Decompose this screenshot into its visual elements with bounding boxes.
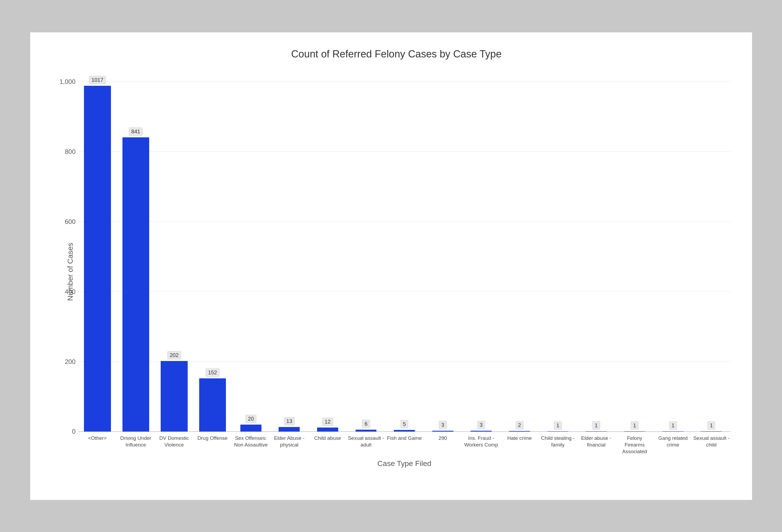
bar-group: 1 <box>654 76 692 432</box>
bar-group: 1 <box>692 76 731 432</box>
x-tick-label-16: Sexual assault - child <box>692 435 731 455</box>
bar-value-label: 5 <box>400 420 408 428</box>
x-tick-label-5: Elder Abuse - physical <box>270 435 309 455</box>
x-tick-label-13: Elder abuse - financial <box>577 435 615 455</box>
x-tick-label-2: DV Domestic Violence <box>155 435 193 455</box>
bars-container: 10178412021522013126533211111 <box>78 76 731 432</box>
bar-value-label: 1 <box>593 421 600 430</box>
x-tick-label-10: Ins. Fraud - Workers Comp <box>462 435 500 455</box>
bar-group: 152 <box>193 76 232 432</box>
bar-4 <box>240 425 261 431</box>
bar-group: 3 <box>462 76 500 432</box>
bar-group: 202 <box>155 76 193 432</box>
bar-13 <box>586 431 607 431</box>
bar-12 <box>547 431 568 431</box>
bar-8 <box>394 430 415 432</box>
x-tick-label-14: Felony Firearms Associated <box>615 435 654 455</box>
y-tick-label: 1,000 <box>60 78 76 85</box>
bar-14 <box>624 431 645 431</box>
chart-area: Number of Cases 02004006008001,000101784… <box>62 76 731 468</box>
bar-group: 12 <box>309 76 347 432</box>
bar-value-label: 841 <box>129 127 142 136</box>
x-tick-label-0: <Other> <box>78 435 117 455</box>
x-tick-label-3: Drug Offense <box>193 435 232 455</box>
bar-value-label: 1017 <box>89 76 106 84</box>
y-tick-label: 800 <box>60 148 76 155</box>
bar-group: 2 <box>500 76 539 432</box>
bar-group: 841 <box>116 76 155 432</box>
chart-container: Count of Referred Felony Cases by Case T… <box>30 32 752 500</box>
bar-value-label: 1 <box>669 421 677 430</box>
bar-group: 1 <box>577 76 615 432</box>
bar-7 <box>356 430 377 432</box>
bar-value-label: 1 <box>554 421 562 430</box>
bar-group: 1 <box>539 76 577 432</box>
y-tick-label: 600 <box>60 218 76 226</box>
bar-2 <box>161 361 187 432</box>
bar-value-label: 12 <box>322 418 333 426</box>
y-axis-label: Number of Cases <box>62 76 78 468</box>
bar-group: 20 <box>232 76 270 432</box>
bar-value-label: 202 <box>167 351 181 359</box>
bar-group: 1017 <box>78 76 117 432</box>
y-tick-label: 0 <box>60 428 76 435</box>
bar-0 <box>84 86 111 432</box>
x-tick-label-7: Sexual assault - adult <box>347 435 385 455</box>
bar-value-label: 6 <box>362 420 370 428</box>
bar-group: 5 <box>385 76 424 432</box>
bar-5 <box>279 427 300 431</box>
x-tick-label-11: Hate crime <box>500 435 539 455</box>
bar-group: 13 <box>270 76 309 432</box>
x-tick-label-15: Gang related crime <box>654 435 692 455</box>
bar-15 <box>663 431 684 431</box>
x-axis-title: Case Type Filed <box>78 459 731 468</box>
bar-value-label: 3 <box>439 421 447 429</box>
y-tick-label: 400 <box>60 288 76 296</box>
bar-value-label: 13 <box>284 417 295 425</box>
bar-16 <box>701 431 722 431</box>
bar-value-label: 152 <box>206 369 219 377</box>
bar-value-label: 2 <box>516 421 524 429</box>
bar-group: 6 <box>347 76 385 432</box>
bar-6 <box>317 427 338 432</box>
bar-10 <box>470 431 492 432</box>
x-tick-label-8: Fish and Game <box>385 435 424 455</box>
bar-value-label: 20 <box>245 415 256 423</box>
bar-9 <box>432 431 454 432</box>
x-axis-line <box>78 431 731 432</box>
bar-group: 1 <box>615 76 654 432</box>
x-tick-label-9: 290 <box>424 435 462 455</box>
x-tick-label-4: Sex Offenses: Non Assaultive <box>232 435 270 455</box>
x-tick-label-6: Child abuse <box>309 435 347 455</box>
chart-title: Count of Referred Felony Cases by Case T… <box>291 48 502 60</box>
bar-value-label: 3 <box>477 421 485 429</box>
bar-3 <box>199 378 226 431</box>
bar-group: 3 <box>424 76 462 432</box>
x-tick-label-1: Driving Under Influence <box>116 435 155 455</box>
grid-and-bars: 02004006008001,0001017841202152201312653… <box>78 76 731 432</box>
bar-11 <box>509 431 530 432</box>
y-tick-label: 200 <box>60 358 76 366</box>
x-axis: <Other>Driving Under InfluenceDV Domesti… <box>78 435 731 455</box>
bar-value-label: 1 <box>631 421 638 430</box>
bar-1 <box>122 137 149 431</box>
chart-body: 02004006008001,0001017841202152201312653… <box>78 76 731 468</box>
bar-value-label: 1 <box>707 421 715 430</box>
x-tick-label-12: Child stealing - family <box>539 435 577 455</box>
